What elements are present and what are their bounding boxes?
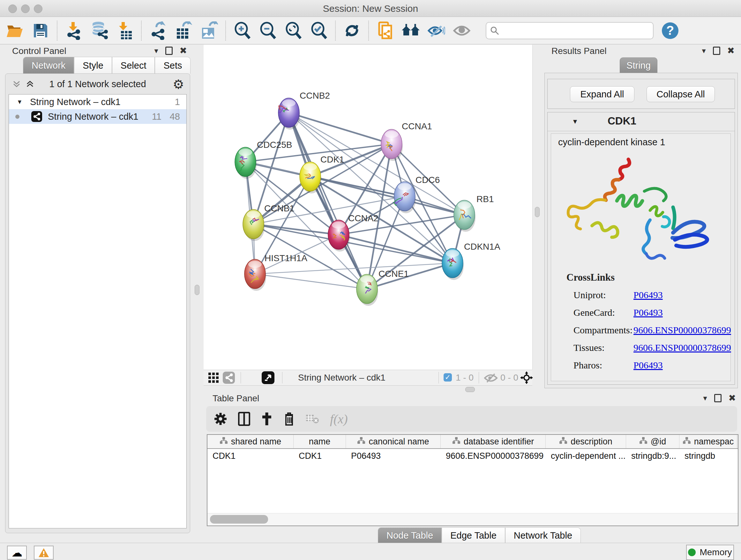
column-header-@id[interactable]: @id — [626, 435, 679, 448]
table-options-gear-icon[interactable] — [214, 412, 227, 426]
network-selection-status: 1 of 1 Network selected — [5, 79, 190, 89]
warnings-button[interactable] — [34, 546, 54, 560]
search-input[interactable] — [499, 25, 634, 36]
selected-count-checkbox[interactable]: ✓ — [444, 373, 452, 381]
save-session-button[interactable] — [30, 21, 51, 41]
left-panel-divider[interactable] — [192, 45, 203, 383]
function-builder-icon[interactable]: f(x) — [330, 412, 348, 427]
birds-eye-view-icon[interactable] — [262, 371, 274, 385]
tab-network-table[interactable]: Network Table — [505, 527, 581, 543]
table-row[interactable]: CDK1CDK1P064939606.ENSP00000378699cyclin… — [207, 449, 738, 463]
column-header-shared-name[interactable]: shared name — [207, 435, 293, 448]
gene-card-body: cyclin-dependent kinase 1 — [551, 133, 731, 381]
crosslink-link[interactable]: P06493 — [633, 307, 663, 318]
string-home-button[interactable] — [400, 21, 421, 41]
collapse-all-button[interactable]: Collapse All — [647, 86, 715, 102]
control-panel-collapse-icon[interactable]: ▾ — [154, 46, 158, 55]
table-cell[interactable]: stringdb:9... — [626, 449, 679, 463]
tab-sets[interactable]: Sets — [155, 57, 191, 74]
delete-table-icon[interactable] — [306, 414, 319, 424]
tab-edge-table[interactable]: Edge Table — [442, 527, 505, 543]
table-cell[interactable]: stringdb — [679, 449, 737, 463]
network-node-RB1[interactable]: RB1 — [454, 194, 494, 232]
crosslink-link[interactable]: P06493 — [633, 360, 663, 371]
crosslink-row: Compartments:9606.ENSP00000378699 — [574, 321, 727, 339]
table-cell[interactable]: P06493 — [346, 449, 441, 463]
crosslink-link[interactable]: 9606.ENSP00000378699 — [633, 325, 731, 335]
column-header-canonical-name[interactable]: canonical name — [346, 435, 441, 448]
zoom-out-button[interactable] — [257, 21, 278, 41]
hide-selected-button[interactable] — [426, 21, 447, 41]
export-table-button[interactable] — [173, 21, 194, 41]
network-node-count: 11 — [152, 109, 161, 124]
results-panel-float-icon[interactable] — [713, 47, 720, 55]
delete-column-icon[interactable] — [283, 412, 295, 426]
zoom-in-button[interactable] — [232, 21, 253, 41]
network-row[interactable]: String Network – cdk1 11 48 — [9, 109, 186, 124]
expand-all-button[interactable]: Expand All — [570, 86, 634, 102]
help-button[interactable]: ? — [662, 22, 678, 39]
network-view-toolbar: String Network – cdk1 ✓ 1 - 0 0 - 0 — [204, 370, 532, 386]
clone-network-button[interactable] — [375, 21, 396, 41]
results-panel-collapse-icon[interactable]: ▾ — [702, 46, 705, 55]
crosslink-row: Pharos:P06493 — [574, 357, 727, 374]
network-node-CCNB1[interactable]: CCNB1 — [243, 203, 294, 241]
column-type-icon — [639, 437, 648, 447]
tab-node-table[interactable]: Node Table — [378, 527, 442, 543]
table-cell[interactable]: 9606.ENSP00000378699 — [441, 449, 546, 463]
grid-view-icon[interactable] — [208, 372, 219, 384]
network-collection-row[interactable]: ▾ String Network – cdk1 1 — [9, 95, 186, 109]
export-network-button[interactable] — [147, 21, 169, 41]
show-columns-icon[interactable] — [238, 412, 250, 426]
control-panel-close-icon[interactable]: ✖ — [180, 45, 187, 56]
table-cell[interactable]: CDK1 — [207, 449, 293, 463]
import-network-database-button[interactable] — [89, 21, 110, 41]
network-manager-box: 1 of 1 Network selected ⚙ ▾ String Netwo… — [5, 73, 190, 533]
crosslink-link[interactable]: P06493 — [633, 290, 663, 300]
control-panel-float-icon[interactable] — [165, 47, 173, 55]
network-node-CCNA1[interactable]: CCNA1 — [381, 121, 432, 161]
cloud-status-button[interactable]: ☁ — [7, 546, 27, 560]
horizontal-splitter-handle[interactable] — [465, 387, 475, 392]
create-column-icon[interactable] — [261, 412, 273, 426]
tab-select[interactable]: Select — [112, 57, 155, 74]
scrollbar-thumb[interactable] — [210, 515, 268, 523]
network-view-canvas[interactable]: CCNB2CCNA1CDC25BCDK1CDC6RB1CCNB1CCNA2CDK… — [204, 45, 533, 370]
network-options-gear-icon[interactable]: ⚙ — [173, 77, 184, 91]
tab-style[interactable]: Style — [74, 57, 112, 74]
column-header-database-identifier[interactable]: database identifier — [441, 435, 546, 448]
memory-button[interactable]: Memory — [686, 545, 734, 560]
results-panel-close-icon[interactable]: ✖ — [727, 45, 735, 56]
open-session-button[interactable] — [4, 21, 25, 41]
table-panel-collapse-icon[interactable]: ▾ — [703, 394, 707, 402]
network-edge-CCNB2-CCNA1[interactable] — [289, 113, 392, 144]
column-header-description[interactable]: description — [546, 435, 626, 448]
apply-layout-button[interactable] — [341, 21, 362, 41]
gene-collapse-icon[interactable]: ▾ — [573, 117, 577, 126]
import-network-file-button[interactable] — [63, 21, 84, 41]
import-table-file-button[interactable] — [114, 21, 135, 41]
zoom-selected-button[interactable] — [308, 21, 329, 41]
network-node-CCNE1[interactable]: CCNE1 — [356, 269, 409, 306]
table-cell[interactable]: cyclin-dependent ... — [546, 449, 626, 463]
export-image-button[interactable] — [199, 21, 219, 41]
tab-string[interactable]: String — [620, 57, 657, 73]
crosslink-link[interactable]: 9606.ENSP00000378699 — [633, 342, 731, 353]
tab-network[interactable]: Network — [23, 57, 74, 74]
network-edge-HIST1H1A-CCNE1[interactable] — [255, 274, 367, 289]
network-node-CDKN1A[interactable]: CDKN1A — [442, 242, 500, 280]
right-panel-divider[interactable] — [532, 45, 543, 383]
table-panel-close-icon[interactable]: ✖ — [729, 393, 736, 403]
show-all-button[interactable] — [451, 21, 472, 41]
table-cell[interactable]: CDK1 — [293, 449, 346, 463]
table-panel-float-icon[interactable] — [714, 394, 722, 402]
table-horizontal-scrollbar[interactable] — [207, 513, 738, 525]
hidden-eye-icon[interactable] — [484, 373, 498, 384]
gene-card-header[interactable]: ▾ CDK1 — [548, 112, 735, 131]
column-header-namespac[interactable]: namespac — [679, 435, 737, 448]
collection-expand-icon[interactable]: ▾ — [18, 95, 21, 109]
column-header-name[interactable]: name — [293, 435, 346, 448]
network-share-icon[interactable] — [223, 372, 235, 385]
zoom-fit-button[interactable] — [283, 21, 304, 41]
fit-content-crosshair-icon[interactable] — [520, 371, 533, 385]
